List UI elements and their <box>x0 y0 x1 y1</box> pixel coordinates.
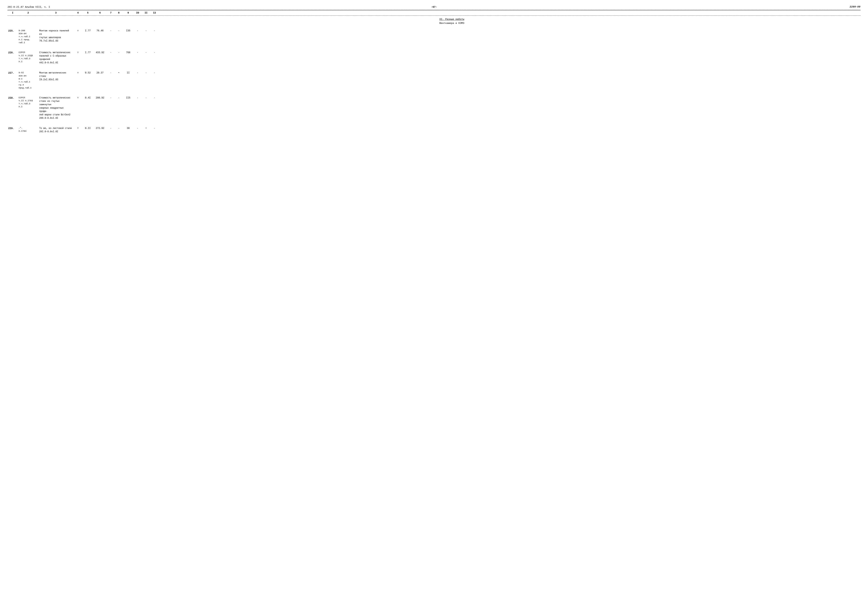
row-219-col10: - <box>133 126 142 131</box>
col-header-10: IO <box>133 11 142 15</box>
row-218-ref: ССРСП ч.II п.I783 т.ч.таб.3 п.I <box>18 96 38 109</box>
row-215-col11: - <box>142 29 150 33</box>
row-219-col11: • <box>142 126 150 131</box>
row-216-col8: - <box>115 50 123 55</box>
row-219-col8: - <box>115 126 123 131</box>
row-219-ref: -"- п.I784 <box>18 126 38 133</box>
col-header-2: 2 <box>18 11 38 15</box>
row-216-col10: - <box>133 50 142 55</box>
row-218-col8: - <box>115 96 123 100</box>
table-row: 2I5. 9-209 3СН-84 т.ч.таб.I п.I прод. та… <box>7 27 861 48</box>
col-header-8: 8 <box>115 11 123 15</box>
row-218-col7: - <box>107 96 115 100</box>
row-216-col7: - <box>107 50 115 55</box>
row-217-col5: 0.52 <box>83 71 93 75</box>
table-row: 2I8. ССРСП ч.II п.I783 т.ч.таб.3 п.I Сто… <box>7 94 861 124</box>
row-215-col10: - <box>133 29 142 33</box>
col-header-1: I <box>7 11 18 15</box>
col-header-3: 3 <box>38 11 73 15</box>
row-217-col9: II <box>123 71 133 75</box>
col-header-9: 9 <box>123 11 133 15</box>
col-header-5: 5 <box>83 11 93 15</box>
row-216-ref: ССРСП ч.II п.2IQ5 т.ч.таб.3 п.I <box>18 50 38 63</box>
row-215-col4: т <box>73 29 83 33</box>
row-217-ref: 9-5I 3СН-84 8-I т.ч.таб.I гр.4 прод.таб.… <box>18 71 38 90</box>
row-219-num: 2I9. <box>7 126 18 131</box>
row-217-desc: Монтаж металлических стоек I9.2xI.03xI.0… <box>38 71 73 82</box>
row-218-col10: - <box>133 96 142 100</box>
row-218-col9: II5 <box>123 96 133 100</box>
section-title: XI. Разные работы <box>43 18 861 21</box>
row-218-col5: 0.4I <box>83 96 93 100</box>
row-219-col6: 272.92 <box>93 126 107 131</box>
column-headers: I 2 3 4 5 6 7 8 9 IO II I2 <box>7 10 861 16</box>
table-row: 2I9. -"- п.I784 То же, из листовой стали… <box>7 124 861 137</box>
col-header-11: II <box>142 11 150 15</box>
row-217-num: 2I7. <box>7 71 18 75</box>
row-218-num: 2I8. <box>7 96 18 100</box>
row-216-desc: Стоимость металлических панелей с С-обра… <box>38 50 73 65</box>
row-215-desc: Монтаж каркаса панелей из гнутых швеллер… <box>38 29 73 43</box>
row-216-col6: 433.92 <box>93 50 107 55</box>
row-215-col7: - <box>107 29 115 33</box>
row-218-col6: 280.92 <box>93 96 107 100</box>
page-stamp: 2209-09 <box>850 6 861 8</box>
col-header-12: I2 <box>150 11 159 15</box>
row-216-col12: - <box>150 50 159 55</box>
row-215-col6: 76.46 <box>93 29 107 33</box>
page-number: -67- <box>431 6 437 9</box>
row-217-col7: - <box>107 71 115 75</box>
row-219-col7: - <box>107 126 115 131</box>
section-subtitle: Венткамера и КЭМЗ <box>43 22 861 25</box>
row-218-col4: т <box>73 96 83 100</box>
row-215-col12: - <box>150 29 159 33</box>
data-table: 2I5. 9-209 3СН-84 т.ч.таб.I п.I прод. та… <box>7 27 861 137</box>
row-216-col11: - <box>142 50 150 55</box>
row-215-num: 2I5. <box>7 29 18 33</box>
col-header-4: 4 <box>73 11 83 15</box>
row-219-col9: 30 <box>123 126 133 131</box>
row-217-col6: 20.37 <box>93 71 107 75</box>
row-217-col8: • <box>115 71 123 75</box>
left-title: 29I-8-2I.87 Альбом VIII, ч. I <box>7 6 50 9</box>
col-header-6: 6 <box>93 11 107 15</box>
row-219-col5: 0.II <box>83 126 93 131</box>
col-header-7: 7 <box>107 11 115 15</box>
row-215-col9: I35 <box>123 29 133 33</box>
page-header: 29I-8-2I.87 Альбом VIII, ч. I -67- 2209-… <box>7 6 861 9</box>
row-217-col4: т <box>73 71 83 75</box>
row-215-col5: I.77 <box>83 29 93 33</box>
row-218-desc: Стоимость металлических стоек из гнутых … <box>38 96 73 120</box>
row-216-col4: т <box>73 50 83 55</box>
row-215-ref: 9-209 3СН-84 т.ч.таб.I п.I прод. таб.I <box>18 29 38 44</box>
row-219-col12: - <box>150 126 159 131</box>
row-218-col11: - <box>142 96 150 100</box>
row-216-col9: 768 <box>123 50 133 55</box>
row-217-col10: - <box>133 71 142 75</box>
row-217-col12: - <box>150 71 159 75</box>
row-217-col11: - <box>142 71 150 75</box>
row-215-col8: - <box>115 29 123 33</box>
row-216-num: 2I6. <box>7 50 18 55</box>
row-219-col4: т <box>73 126 83 131</box>
table-row: 2I6. ССРСП ч.II п.2IQ5 т.ч.таб.3 п.I Сто… <box>7 48 861 69</box>
row-216-col5: I.77 <box>83 50 93 55</box>
row-219-desc: То же, из листовой стали 28I.0-8.0xI.0I <box>38 126 73 134</box>
table-row: 2I7. 9-5I 3СН-84 8-I т.ч.таб.I гр.4 прод… <box>7 69 861 94</box>
row-218-col12: - <box>150 96 159 100</box>
